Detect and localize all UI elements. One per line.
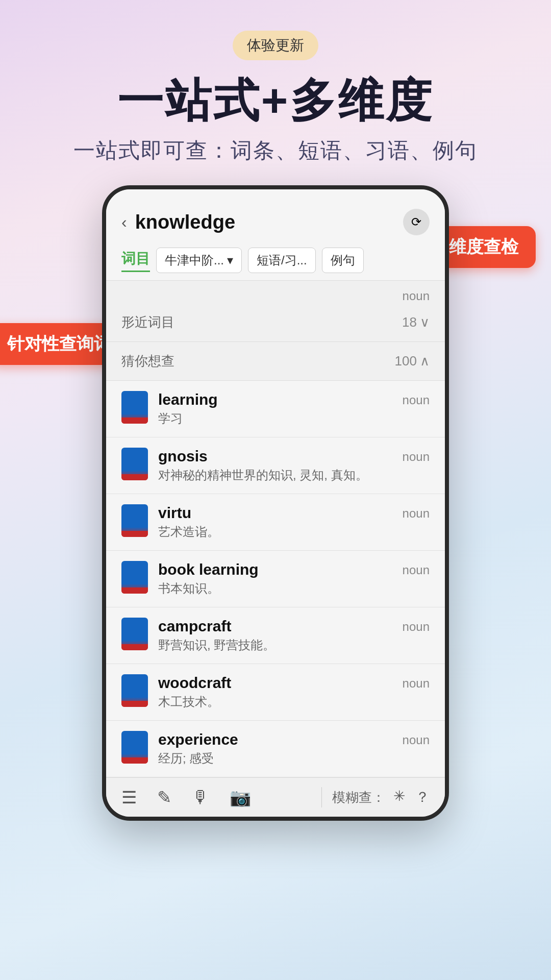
similar-count: 18 ∨ — [402, 314, 430, 330]
word-text-block: learning 学习 — [158, 391, 392, 427]
word-text-block: book learning 书本知识。 — [158, 561, 392, 597]
first-noun-label: noun — [106, 281, 445, 303]
list-item[interactable]: experience 经历; 感受 noun — [106, 721, 445, 777]
asterisk-icon[interactable]: ✳ — [393, 788, 405, 807]
word-icon — [121, 391, 148, 424]
sub-title: 一站式即可查：词条、短语、习语、例句 — [0, 136, 551, 165]
word-pos: noun — [403, 393, 430, 407]
word-icon — [121, 448, 148, 480]
word-text-block: experience 经历; 感受 — [158, 731, 392, 767]
back-button[interactable]: ‹ — [121, 213, 127, 232]
word-icon — [121, 561, 148, 594]
tab-dictionary-dropdown[interactable]: 牛津中阶... ▾ — [156, 248, 242, 273]
word-chinese: 学习 — [158, 410, 392, 427]
tab-bar: 词目 牛津中阶... ▾ 短语/习... 例句 — [121, 242, 430, 280]
word-text-block: gnosis 对神秘的精神世界的知识, 灵知, 真知。 — [158, 448, 392, 483]
tab-word-list[interactable]: 词目 — [121, 249, 150, 272]
mic-icon[interactable]: 🎙 — [192, 787, 209, 807]
phone-content: noun 形近词目 18 ∨ 猜你想查 100 ∧ — [106, 281, 445, 777]
word-pos: noun — [403, 733, 430, 747]
word-pos: noun — [403, 450, 430, 464]
word-chinese: 木工技术。 — [158, 694, 392, 710]
similar-label: 形近词目 — [121, 313, 174, 331]
word-english: gnosis — [158, 448, 392, 465]
similar-section-header[interactable]: 形近词目 18 ∨ — [106, 303, 445, 342]
list-item[interactable]: campcraft 野营知识, 野营技能。 noun — [106, 607, 445, 664]
bottom-divider — [321, 787, 322, 807]
word-pos: noun — [403, 563, 430, 577]
tab-example[interactable]: 例句 — [322, 248, 364, 273]
search-refresh-button[interactable]: ⟳ — [403, 209, 430, 235]
word-list: learning 学习 noun gnosis 对神秘的精神世界的知识, 灵知,… — [106, 381, 445, 777]
word-chinese: 书本知识。 — [158, 580, 392, 597]
word-english: woodcraft — [158, 674, 392, 692]
question-icon[interactable]: ？ — [415, 788, 430, 807]
word-chinese: 经历; 感受 — [158, 750, 392, 767]
word-icon — [121, 504, 148, 537]
phone-bottom-bar: ☰ ✎ 🎙 📷 模糊查： ✳ ？ — [106, 777, 445, 817]
word-english: campcraft — [158, 618, 392, 635]
word-chinese: 艺术造诣。 — [158, 524, 392, 540]
camera-icon[interactable]: 📷 — [230, 787, 251, 807]
word-english: virtu — [158, 504, 392, 522]
phone-header: ‹ knowledge ⟳ 词目 牛津中阶... ▾ 短语/习... 例句 — [106, 189, 445, 281]
word-chinese: 对神秘的精神世界的知识, 灵知, 真知。 — [158, 467, 392, 483]
word-icon — [121, 618, 148, 650]
list-item[interactable]: woodcraft 木工技术。 noun — [106, 664, 445, 721]
word-pos: noun — [403, 506, 430, 521]
suggest-label: 猜你想查 — [121, 352, 174, 370]
word-english: learning — [158, 391, 392, 408]
phone-container: 多维度查检 针对性查询词典 ‹ knowledge ⟳ 词目 牛津中阶... ▾… — [0, 185, 551, 821]
edit-icon[interactable]: ✎ — [157, 787, 171, 807]
list-item[interactable]: learning 学习 noun — [106, 381, 445, 437]
tab-phrase[interactable]: 短语/习... — [248, 248, 316, 273]
list-item[interactable]: virtu 艺术造诣。 noun — [106, 494, 445, 551]
word-chinese: 野营知识, 野营技能。 — [158, 637, 392, 653]
phone-mockup: ‹ knowledge ⟳ 词目 牛津中阶... ▾ 短语/习... 例句 no… — [102, 185, 449, 821]
update-badge: 体验更新 — [233, 31, 318, 60]
fuzzy-label: 模糊查： — [332, 789, 385, 806]
main-title: 一站式+多维度 — [0, 76, 551, 126]
list-item[interactable]: book learning 书本知识。 noun — [106, 551, 445, 607]
top-section: 体验更新 一站式+多维度 一站式即可查：词条、短语、习语、例句 — [0, 0, 551, 185]
fuzzy-icons: ✳ ？ — [393, 788, 430, 807]
fuzzy-search: 模糊查： ✳ ？ — [332, 788, 430, 807]
word-text-block: campcraft 野营知识, 野营技能。 — [158, 618, 392, 653]
search-bar: ‹ knowledge ⟳ — [121, 200, 430, 242]
suggest-section-header[interactable]: 猜你想查 100 ∧ — [106, 342, 445, 381]
word-text-block: virtu 艺术造诣。 — [158, 504, 392, 540]
word-pos: noun — [403, 676, 430, 691]
word-pos: noun — [403, 620, 430, 634]
word-english: experience — [158, 731, 392, 748]
word-text-block: woodcraft 木工技术。 — [158, 674, 392, 710]
word-icon — [121, 731, 148, 764]
word-icon — [121, 674, 148, 707]
search-word-display: knowledge — [135, 211, 395, 233]
bottom-icon-group: ☰ ✎ 🎙 📷 — [121, 787, 311, 807]
word-english: book learning — [158, 561, 392, 578]
suggest-count: 100 ∧ — [395, 353, 430, 369]
list-item[interactable]: gnosis 对神秘的精神世界的知识, 灵知, 真知。 noun — [106, 437, 445, 494]
menu-icon[interactable]: ☰ — [121, 787, 137, 807]
